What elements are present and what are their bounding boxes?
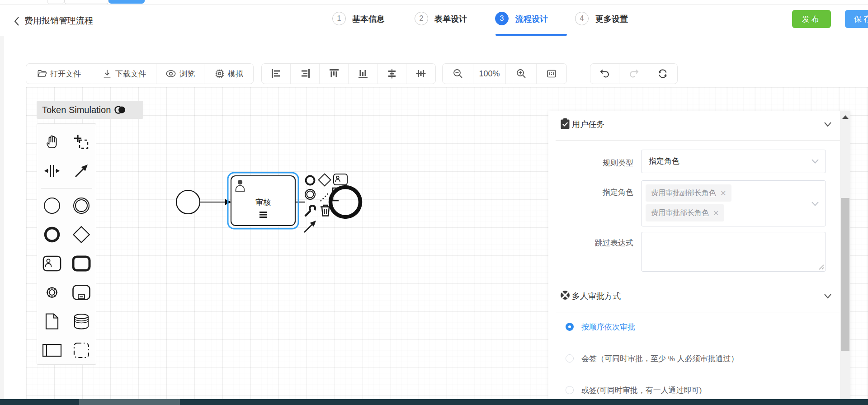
lasso-tool[interactable]: [66, 127, 96, 156]
diagram-layer: 审核: [175, 164, 392, 245]
publish-button[interactable]: 发布: [792, 10, 831, 28]
contextpad-append-gateway[interactable]: [317, 173, 332, 187]
chip-icon: [215, 69, 225, 79]
token-simulation-label: Token Simulation: [42, 105, 111, 115]
back-icon[interactable]: [14, 16, 20, 26]
fit-view-button[interactable]: [537, 64, 566, 84]
step-1-circle[interactable]: 1: [332, 12, 346, 25]
divider: [556, 312, 843, 312]
create-group[interactable]: [66, 336, 96, 365]
rule-type-select[interactable]: 指定角色: [641, 150, 826, 173]
align-top-button[interactable]: [320, 64, 349, 84]
token-simulation-toggle[interactable]: Token Simulation: [37, 101, 143, 119]
scrollbar-thumb[interactable]: [841, 198, 849, 351]
create-data-store[interactable]: [66, 307, 96, 336]
horizontal-scrollbar-thumb[interactable]: [79, 399, 180, 405]
skip-expression-textarea[interactable]: [641, 232, 826, 272]
toolbar-history-group: [590, 63, 678, 84]
contextpad-append-end-event[interactable]: [304, 174, 316, 186]
approve-option-label: 或签(可同时审批，有一人通过即可): [581, 385, 702, 396]
undo-icon: [599, 68, 610, 79]
align-middle-vertical-button[interactable]: [406, 64, 435, 84]
create-subprocess[interactable]: [66, 278, 96, 307]
save-button[interactable]: 保存: [845, 10, 868, 28]
remove-tag-icon[interactable]: ✕: [720, 189, 726, 198]
collapse-chevron-icon[interactable]: [823, 121, 832, 127]
redo-button[interactable]: [619, 64, 648, 84]
space-tool[interactable]: [37, 156, 66, 185]
contextpad-wrench[interactable]: [303, 203, 317, 217]
contextpad-append-intermediate-event[interactable]: [304, 188, 316, 201]
create-participant[interactable]: [37, 336, 66, 365]
align-right-icon: [300, 68, 311, 79]
multi-approve-section-icon: [560, 290, 570, 300]
role-tag[interactable]: 费用审批副部长角色 ✕: [646, 184, 731, 202]
hand-tool[interactable]: [37, 127, 66, 156]
step-3-circle[interactable]: 3: [495, 12, 509, 25]
horizontal-scrollbar[interactable]: [0, 399, 868, 405]
connect-arrow-icon: [74, 163, 89, 179]
collapse-chevron-icon[interactable]: [823, 293, 832, 299]
simulate-button[interactable]: 模拟: [204, 64, 253, 84]
left-gutter: [0, 36, 4, 399]
step-1-label[interactable]: 基本信息: [352, 14, 385, 24]
global-connect-tool[interactable]: [66, 156, 96, 185]
contextpad-append-text-annotation[interactable]: [319, 187, 341, 203]
step-2-label[interactable]: 表单设计: [434, 14, 467, 24]
remove-tag-icon[interactable]: ✕: [713, 209, 719, 217]
align-bottom-button[interactable]: [349, 64, 377, 84]
cutoff-input-1[interactable]: [47, 0, 64, 4]
panel-scrollbar[interactable]: [840, 111, 850, 400]
radio-icon[interactable]: [566, 354, 574, 363]
folder-open-icon: [37, 69, 47, 79]
align-center-horizontal-button[interactable]: [377, 64, 406, 84]
align-left-button[interactable]: [262, 64, 291, 84]
create-gateway[interactable]: [66, 220, 96, 249]
undo-button[interactable]: [590, 64, 619, 84]
simulate-label: 模拟: [228, 69, 243, 79]
create-task[interactable]: [66, 249, 96, 278]
create-end-event[interactable]: [37, 220, 66, 249]
cutoff-input-2[interactable]: [64, 0, 108, 4]
open-file-button[interactable]: 打开文件: [26, 64, 92, 84]
step-2-circle[interactable]: 2: [415, 12, 428, 25]
reset-sync-button[interactable]: [648, 64, 677, 84]
contextpad-connect[interactable]: [303, 219, 317, 234]
user-task-icon: [42, 255, 61, 272]
connect-small-icon: [303, 219, 317, 234]
create-intermediate-event[interactable]: [66, 191, 96, 220]
contextpad-delete[interactable]: [318, 203, 333, 217]
bpmn-canvas[interactable]: Token Simulation: [26, 87, 868, 400]
resize-handle-icon[interactable]: [818, 264, 825, 270]
user-task-section-icon: [560, 118, 570, 130]
radio-selected-icon[interactable]: [566, 323, 574, 331]
create-start-event[interactable]: [37, 191, 66, 220]
text-annotation-icon: [319, 187, 341, 203]
start-event-shape[interactable]: [176, 190, 200, 214]
zoom-in-button[interactable]: [506, 64, 537, 84]
preview-button[interactable]: 浏览: [156, 64, 204, 84]
download-file-button[interactable]: 下载文件: [92, 64, 156, 84]
user-task-small-icon: [333, 173, 348, 186]
create-data-object[interactable]: [37, 307, 66, 336]
zoom-level[interactable]: 100%: [473, 64, 506, 84]
roles-multiselect[interactable]: 费用审批副部长角色 ✕ 费用审批部长角色 ✕: [641, 180, 826, 226]
align-right-button[interactable]: [291, 64, 320, 84]
rule-type-label: 规则类型: [548, 158, 633, 168]
radio-icon[interactable]: [566, 386, 574, 394]
task-icon: [72, 255, 91, 272]
step-3-label[interactable]: 流程设计: [515, 14, 548, 24]
preview-label: 浏览: [179, 69, 195, 79]
step-4-label[interactable]: 更多设置: [595, 14, 628, 24]
zoom-out-icon: [453, 68, 463, 79]
cutoff-blue-button[interactable]: [108, 0, 145, 4]
rule-type-value: 指定角色: [649, 150, 679, 173]
scrollbar-up-arrow[interactable]: [842, 115, 849, 119]
gateway-small-icon: [317, 173, 332, 187]
zoom-out-button[interactable]: [443, 64, 473, 84]
create-service-task[interactable]: [37, 278, 66, 307]
create-user-task[interactable]: [37, 249, 66, 278]
step-4-circle[interactable]: 4: [575, 12, 589, 25]
role-tag[interactable]: 费用审批部长角色 ✕: [646, 204, 724, 221]
contextpad-append-user-task[interactable]: [333, 173, 348, 186]
